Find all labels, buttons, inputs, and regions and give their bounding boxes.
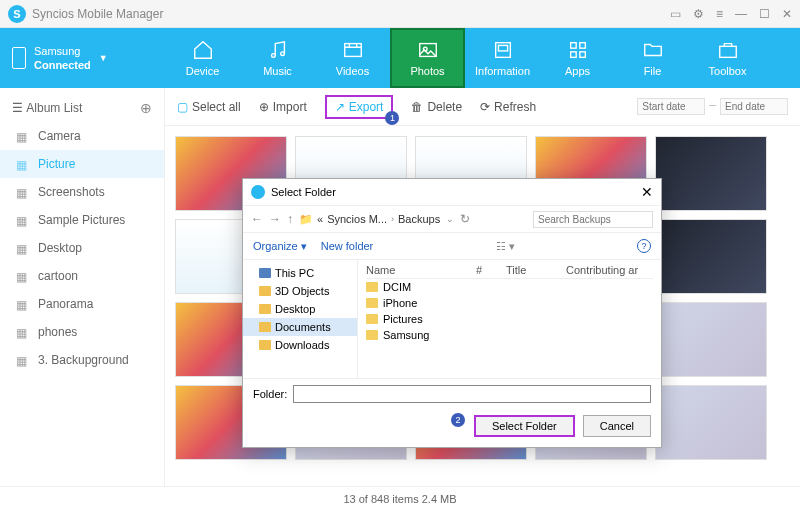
svg-point-1 bbox=[280, 52, 284, 56]
album-icon: ▦ bbox=[16, 186, 30, 198]
svg-rect-9 bbox=[570, 52, 576, 58]
svg-point-0 bbox=[271, 54, 275, 58]
nav-toolbox[interactable]: Toolbox bbox=[690, 28, 765, 88]
dialog-close-icon[interactable]: ✕ bbox=[641, 184, 653, 200]
photo-thumb[interactable] bbox=[655, 302, 767, 377]
chevron-down-icon[interactable]: ⌄ bbox=[446, 214, 454, 224]
folder-icon bbox=[366, 298, 378, 308]
dialog-title: Select Folder bbox=[271, 186, 336, 198]
breadcrumb[interactable]: 📁« Syncios M... › Backups bbox=[299, 213, 440, 226]
nav-videos[interactable]: Videos bbox=[315, 28, 390, 88]
sidebar-item-label: Screenshots bbox=[38, 185, 105, 199]
cancel-button[interactable]: Cancel bbox=[583, 415, 651, 437]
list-item[interactable]: iPhone bbox=[366, 295, 653, 311]
album-list-icon: ☰ bbox=[12, 101, 23, 115]
sidebar-item-label: 3. Backupground bbox=[38, 353, 129, 367]
folder-icon bbox=[366, 330, 378, 340]
select-all-action[interactable]: ▢Select all bbox=[177, 100, 241, 114]
end-date-input[interactable] bbox=[720, 98, 788, 115]
export-action[interactable]: ↗Export1 bbox=[325, 95, 394, 119]
screen-icon[interactable]: ▭ bbox=[670, 7, 681, 21]
sidebar-item-sample-pictures[interactable]: ▦Sample Pictures bbox=[0, 206, 164, 234]
nav-file[interactable]: File bbox=[615, 28, 690, 88]
nav-forward-icon[interactable]: → bbox=[269, 212, 281, 226]
list-item[interactable]: Samsung bbox=[366, 327, 653, 343]
album-icon: ▦ bbox=[16, 354, 30, 366]
sidebar-item-label: Camera bbox=[38, 129, 81, 143]
device-name: Samsung bbox=[34, 44, 91, 58]
nav-device[interactable]: Device bbox=[165, 28, 240, 88]
album-icon: ▦ bbox=[16, 242, 30, 254]
list-item[interactable]: Pictures bbox=[366, 311, 653, 327]
step-badge-1: 1 bbox=[385, 111, 399, 125]
nav-back-icon[interactable]: ← bbox=[251, 212, 263, 226]
sidebar-item-panorama[interactable]: ▦Panorama bbox=[0, 290, 164, 318]
chevron-down-icon: ▼ bbox=[99, 53, 108, 63]
refresh-icon[interactable]: ↻ bbox=[460, 212, 470, 226]
close-icon[interactable]: ✕ bbox=[782, 7, 792, 21]
device-status: Connected bbox=[34, 58, 91, 72]
photo-thumb[interactable] bbox=[655, 136, 767, 211]
photo-thumb[interactable] bbox=[655, 219, 767, 294]
folder-icon bbox=[259, 322, 271, 332]
sidebar-item-3.-backupground[interactable]: ▦3. Backupground bbox=[0, 346, 164, 374]
sidebar-item-phones[interactable]: ▦phones bbox=[0, 318, 164, 346]
nav-music[interactable]: Music bbox=[240, 28, 315, 88]
sidebar-item-label: Panorama bbox=[38, 297, 93, 311]
album-icon: ▦ bbox=[16, 298, 30, 310]
sidebar-item-camera[interactable]: ▦Camera bbox=[0, 122, 164, 150]
list-item[interactable]: DCIM bbox=[366, 279, 653, 295]
folder-icon bbox=[259, 286, 271, 296]
gear-icon[interactable]: ⚙ bbox=[693, 7, 704, 21]
device-selector[interactable]: Samsung Connected ▼ bbox=[0, 28, 165, 88]
list-header: Name # Title Contributing ar bbox=[366, 264, 653, 279]
tree-item[interactable]: 3D Objects bbox=[243, 282, 357, 300]
dialog-logo bbox=[251, 185, 265, 199]
refresh-action[interactable]: ⟳Refresh bbox=[480, 100, 536, 114]
main-toolbar: Samsung Connected ▼ Device Music Videos … bbox=[0, 28, 800, 88]
export-icon: ↗ bbox=[335, 100, 345, 114]
sidebar-header: ☰ Album List ⊕ bbox=[0, 94, 164, 122]
svg-rect-8 bbox=[579, 43, 585, 49]
select-folder-button[interactable]: Select Folder bbox=[474, 415, 575, 437]
sidebar-item-cartoon[interactable]: ▦cartoon bbox=[0, 262, 164, 290]
minimize-icon[interactable]: — bbox=[735, 7, 747, 21]
trash-icon: 🗑 bbox=[411, 100, 423, 114]
app-title: Syncios Mobile Manager bbox=[32, 7, 670, 21]
add-album-icon[interactable]: ⊕ bbox=[140, 100, 152, 116]
photo-thumb[interactable] bbox=[655, 385, 767, 460]
start-date-input[interactable] bbox=[637, 98, 705, 115]
svg-rect-2 bbox=[344, 44, 361, 57]
maximize-icon[interactable]: ☐ bbox=[759, 7, 770, 21]
help-icon[interactable]: ? bbox=[637, 239, 651, 253]
tree-item[interactable]: Documents bbox=[243, 318, 357, 336]
new-folder-button[interactable]: New folder bbox=[321, 240, 374, 252]
dialog-search-input[interactable] bbox=[533, 211, 653, 228]
sidebar: ☰ Album List ⊕ ▦Camera▦Picture▦Screensho… bbox=[0, 88, 165, 486]
folder-path-input[interactable] bbox=[293, 385, 651, 403]
apps-icon bbox=[566, 39, 590, 61]
sidebar-item-label: cartoon bbox=[38, 269, 78, 283]
sidebar-item-label: Sample Pictures bbox=[38, 213, 125, 227]
tree-item[interactable]: Downloads bbox=[243, 336, 357, 354]
tree-item[interactable]: This PC bbox=[243, 264, 357, 282]
view-icon[interactable]: ☷ ▾ bbox=[496, 240, 515, 253]
sidebar-item-picture[interactable]: ▦Picture bbox=[0, 150, 164, 178]
nav-photos[interactable]: Photos bbox=[390, 28, 465, 88]
sidebar-item-desktop[interactable]: ▦Desktop bbox=[0, 234, 164, 262]
nav-apps[interactable]: Apps bbox=[540, 28, 615, 88]
svg-rect-6 bbox=[498, 45, 507, 51]
nav-information[interactable]: Information bbox=[465, 28, 540, 88]
sidebar-item-screenshots[interactable]: ▦Screenshots bbox=[0, 178, 164, 206]
menu-icon[interactable]: ≡ bbox=[716, 7, 723, 21]
sidebar-item-label: phones bbox=[38, 325, 77, 339]
album-icon: ▦ bbox=[16, 326, 30, 338]
import-action[interactable]: ⊕Import bbox=[259, 100, 307, 114]
nav-up-icon[interactable]: ↑ bbox=[287, 212, 293, 226]
folder-icon bbox=[259, 268, 271, 278]
plus-icon: ⊕ bbox=[259, 100, 269, 114]
home-icon bbox=[191, 39, 215, 61]
organize-menu[interactable]: Organize ▾ bbox=[253, 240, 307, 253]
tree-item[interactable]: Desktop bbox=[243, 300, 357, 318]
delete-action[interactable]: 🗑Delete bbox=[411, 100, 462, 114]
